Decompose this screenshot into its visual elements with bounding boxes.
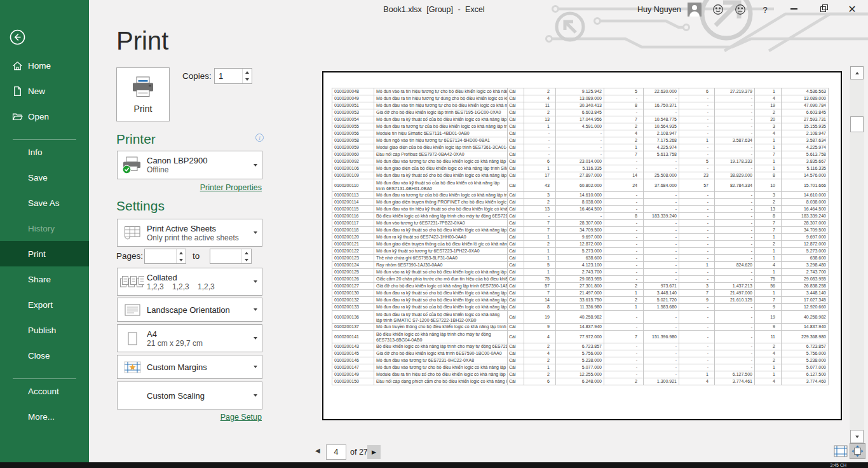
new-document-icon — [12, 86, 23, 97]
pages-from-input[interactable] — [145, 249, 176, 263]
table-row: 0100200060Đầu nối cáp Profibus 6ES7972-0… — [332, 151, 829, 158]
help-icon[interactable]: ? — [760, 4, 770, 15]
copies-input[interactable] — [215, 69, 242, 83]
pages-to-input[interactable] — [210, 249, 241, 263]
chevron-down-icon — [249, 394, 262, 397]
print-button[interactable]: Print — [116, 67, 170, 121]
pages-from-up-button[interactable] — [177, 249, 186, 256]
orientation-select[interactable]: Landscape Orientation — [117, 298, 262, 322]
table-row: 0100200126Giắc cắm 20 chân phía trước ch… — [332, 276, 829, 283]
sidebar-item-open[interactable]: Open — [0, 104, 89, 129]
excel-backstage-print-view: Book1.xlsx [Group] - Excel Huy Nguyen ? … — [0, 0, 868, 468]
sidebar-item-share[interactable]: Share — [0, 266, 89, 292]
pages-label: Pages: — [116, 251, 143, 261]
show-margins-toggle[interactable] — [834, 445, 848, 457]
avatar[interactable] — [688, 3, 702, 17]
minimize-button[interactable] — [788, 3, 799, 15]
table-row: 0100200137Mô đun truyền thông cho bộ điề… — [332, 324, 829, 331]
pages-to-stepper[interactable] — [210, 249, 252, 264]
sidebar-item-label: Close — [28, 351, 50, 361]
margins-select[interactable]: Custom Margins — [117, 355, 262, 379]
printer-select[interactable]: Canon LBP2900 Offline — [117, 151, 262, 179]
table-row: 0100200149Module đầu ra tín hiệu số cho … — [332, 371, 829, 378]
table-row: 0100200051Mô đun đầu vào tín hiệu tương … — [332, 102, 829, 109]
chevron-down-icon — [249, 231, 262, 234]
chevron-down-icon — [249, 280, 262, 283]
print-what-desc: Only print the active sheets — [147, 233, 249, 242]
worksheet-icon — [118, 226, 147, 240]
sidebar-item-label: Save As — [28, 198, 60, 208]
sidebar-item-export[interactable]: Export — [0, 292, 89, 317]
table-row: 0100200127Giá đỡ cho bộ điều khiển logic… — [332, 283, 829, 290]
next-page-button[interactable]: ▶ — [367, 445, 381, 459]
collation-desc: 1,2,3 1,2,3 1,2,3 — [147, 282, 249, 291]
scaling-select[interactable]: Custom Scaling — [117, 382, 262, 410]
table-row: 0100200118Mô đun đầu ra kỹ thuật số cho … — [332, 227, 829, 234]
page-number-input[interactable] — [327, 445, 346, 459]
sidebar-item-print[interactable]: Print — [0, 241, 89, 266]
collation-value: Collated — [147, 273, 249, 282]
home-icon — [12, 60, 23, 71]
print-what-value: Print Active Sheets — [147, 224, 249, 233]
page-number-box[interactable] — [326, 444, 346, 460]
pages-to-up-button[interactable] — [242, 249, 251, 256]
table-row: 0100200123Thẻ nhớ chứa ghi 6ES7953-8LF31… — [332, 255, 829, 262]
sidebar-item-info[interactable]: Info — [0, 139, 89, 165]
preview-table: 0100200048Mô đun vào ra tín hiệu tương t… — [332, 88, 829, 385]
print-preview-page: 0100200048Mô đun vào ra tín hiệu tương t… — [322, 71, 842, 420]
page-count-label: of 27 — [350, 448, 368, 457]
sidebar-item-close[interactable]: Close — [0, 343, 89, 368]
pages-from-stepper[interactable] — [144, 249, 186, 264]
account-user-name[interactable]: Huy Nguyen — [637, 5, 681, 14]
chevron-down-icon — [249, 308, 262, 311]
sidebar-item-label: Info — [28, 148, 43, 157]
previous-page-button[interactable]: ◀ — [315, 447, 320, 454]
print-what-select[interactable]: Print Active Sheets Only print the activ… — [117, 219, 262, 247]
taskbar-strip: 3:45 CH — [0, 462, 868, 468]
pages-to-down-button[interactable] — [242, 256, 251, 263]
table-row: 0100200141Bộ điều khiển logic có khả năn… — [332, 331, 829, 343]
table-row: 0100200117Mô đun vào tương tự 6ES7231-7P… — [332, 220, 829, 227]
copies-stepper[interactable] — [214, 68, 252, 84]
table-row: 0100200122Mô đun kỹ thuật số tương tự 6E… — [332, 248, 829, 255]
scrollbar-thumb[interactable] — [850, 116, 864, 132]
sidebar-item-label: New — [28, 86, 45, 96]
table-row: 0100200058Mô đun ngõ vào tín hiệu tương … — [332, 137, 829, 144]
restore-button[interactable] — [817, 3, 829, 15]
scroll-down-button[interactable] — [850, 430, 864, 443]
close-window-button[interactable]: ✕ — [845, 1, 859, 17]
paper-size-select[interactable]: A4 21 cm x 29,7 cm — [117, 324, 262, 352]
sidebar-item-new[interactable]: New — [0, 78, 89, 104]
feedback-smile-icon[interactable] — [712, 4, 724, 15]
paper-size-icon — [118, 332, 147, 345]
table-row: 0100200130Mô đun đầu ra kỹ thuật số cho … — [332, 290, 829, 297]
sidebar-item-home[interactable]: Home — [0, 53, 89, 78]
copies-down-button[interactable] — [243, 76, 252, 84]
table-row: 0100200048Mô đun vào ra tín hiệu tương t… — [332, 88, 829, 95]
margins-value: Custom Margins — [147, 362, 249, 372]
table-row: 0100200106Mô đun giao diện của bộ điều k… — [332, 165, 829, 172]
paper-size-value: A4 — [147, 329, 249, 339]
printer-properties-link[interactable]: Printer Properties — [116, 183, 262, 192]
page-setup-link[interactable]: Page Setup — [116, 413, 262, 422]
sidebar-item-label: Share — [28, 275, 51, 284]
table-row: 0100200115Mô đun đầu vào tín hiệu kỹ thu… — [332, 206, 829, 213]
sidebar-item-more[interactable]: More... — [0, 404, 89, 429]
feedback-frown-icon[interactable] — [734, 4, 747, 15]
table-row: 0100200054Mô đun đầu ra kỹ thuật số của … — [332, 116, 829, 123]
back-button[interactable] — [10, 29, 25, 45]
sidebar-item-account[interactable]: Account — [0, 378, 89, 404]
scroll-up-button[interactable] — [850, 66, 864, 79]
zoom-to-page-toggle[interactable] — [850, 443, 865, 459]
copies-up-button[interactable] — [243, 69, 252, 76]
collation-select[interactable]: Collated 1,2,3 1,2,3 1,2,3 — [117, 268, 262, 296]
table-row: 0100200109Mô đun đầu ra kỹ thuật số cho … — [332, 172, 829, 179]
sidebar-item-publish[interactable]: Publish — [0, 317, 89, 343]
sidebar-item-save[interactable]: Save — [0, 165, 89, 190]
pages-from-down-button[interactable] — [177, 256, 186, 263]
table-row: 0100200143Bộ điều khiển logic có khả năn… — [332, 343, 829, 350]
sidebar-item-save-as[interactable]: Save As — [0, 190, 89, 216]
info-icon[interactable]: i — [255, 134, 264, 142]
landscape-icon — [118, 304, 147, 316]
table-row: 0100200056Module tín hiệu Simatic 6ES713… — [332, 130, 829, 137]
